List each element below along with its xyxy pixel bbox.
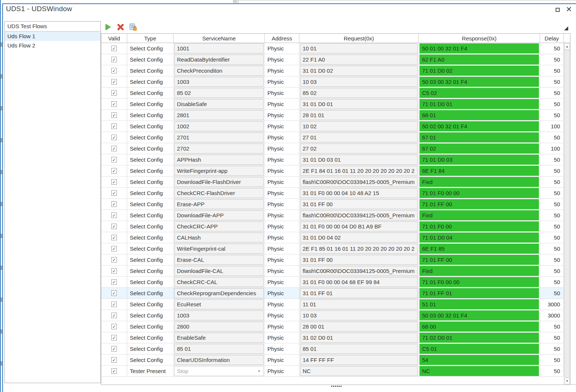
valid-checkbox[interactable]: ✓: [111, 246, 117, 251]
servicename-input[interactable]: 2702: [174, 144, 264, 154]
servicename-input[interactable]: 2701: [174, 132, 264, 142]
delay-cell[interactable]: 50: [540, 110, 564, 121]
valid-checkbox[interactable]: ✓: [111, 346, 117, 352]
servicename-input[interactable]: 85 01: [174, 344, 264, 354]
request-input[interactable]: 31 02 D0 01: [300, 333, 418, 343]
column-header-request[interactable]: Request(0x): [299, 34, 419, 43]
delay-cell[interactable]: 50: [540, 288, 564, 299]
table-row[interactable]: ✓Tester PresentStop▼PhysicNCNC50: [101, 366, 570, 377]
delete-button[interactable]: [116, 23, 125, 31]
table-row[interactable]: ✓Select ConfigDisableSafePhysic31 01 D0 …: [101, 99, 570, 110]
delay-cell[interactable]: 50: [540, 43, 564, 54]
request-input[interactable]: 28 01 01: [300, 110, 418, 120]
request-input[interactable]: 31 01 FF 00: [300, 199, 418, 209]
delay-cell[interactable]: 3000: [540, 299, 564, 310]
delay-cell[interactable]: 50: [540, 188, 564, 198]
request-input[interactable]: 11 01: [300, 299, 418, 309]
request-input[interactable]: 31 01 F0 00 00 04 D0 B1 A9 BF: [300, 221, 418, 231]
column-header-delay[interactable]: Delay: [540, 34, 564, 43]
valid-checkbox[interactable]: ✓: [111, 68, 117, 73]
servicename-input[interactable]: EcuReset: [174, 299, 264, 309]
servicename-input[interactable]: WriteFingerprint-cal: [174, 244, 264, 254]
request-input[interactable]: 85 01: [300, 344, 418, 354]
servicename-dropdown[interactable]: Stop▼: [174, 366, 264, 376]
table-row[interactable]: ✓Select ConfigErase-CALPhysic31 01 FF 00…: [101, 254, 570, 266]
table-row[interactable]: ✓Select Config1001Physic10 0150 01 00 32…: [101, 43, 570, 54]
servicename-input[interactable]: DownloadFile-CAL: [174, 266, 264, 276]
servicename-input[interactable]: CheckCRC-APP: [174, 221, 264, 231]
maximize-button[interactable]: [554, 6, 561, 13]
table-row[interactable]: ✓Select ConfigEcuResetPhysic11 0151 0130…: [101, 299, 570, 310]
delay-cell[interactable]: 50: [540, 199, 564, 210]
delay-cell[interactable]: 50: [540, 232, 564, 243]
request-input[interactable]: flash\C00R00\DOC03394125-0005_Premium: [300, 266, 418, 276]
request-input[interactable]: 2E F1 85 01 16 01 11 20 20 20 20 20 20 2…: [300, 244, 418, 254]
servicename-input[interactable]: CheckPreconditon: [174, 66, 264, 76]
valid-checkbox[interactable]: ✓: [111, 302, 117, 307]
valid-checkbox[interactable]: ✓: [111, 146, 117, 151]
delay-cell[interactable]: 50: [540, 266, 564, 276]
report-button[interactable]: [129, 23, 137, 31]
delay-cell[interactable]: 50: [540, 243, 564, 254]
table-row[interactable]: ✓Select Config85 02Physic85 02C5 0250: [101, 88, 570, 99]
column-header-response[interactable]: Response(0x): [419, 34, 540, 43]
valid-checkbox[interactable]: ✓: [111, 213, 117, 218]
servicename-input[interactable]: 2801: [174, 110, 264, 120]
delay-cell[interactable]: 100: [540, 121, 564, 132]
valid-checkbox[interactable]: ✓: [111, 268, 117, 274]
valid-checkbox[interactable]: ✓: [111, 235, 117, 240]
servicename-input[interactable]: EnableSafe: [174, 333, 264, 343]
table-row[interactable]: ✓Select Config1002Physic10 0250 02 00 32…: [101, 121, 570, 132]
table-row[interactable]: ✓Select Config2702Physic27 0267 02100: [101, 143, 570, 154]
sidebar-item-uds-flow-2[interactable]: Uds Flow 2: [5, 41, 101, 50]
sidebar-item-uds-flow-1[interactable]: Uds Flow 1: [5, 32, 101, 41]
scrollbar-thumb[interactable]: [565, 50, 570, 378]
table-row[interactable]: ✓Select ConfigCheckPreconditonPhysic31 0…: [101, 65, 570, 76]
table-row[interactable]: ✓Select ConfigDownloadFile-APPPhysicflas…: [101, 210, 570, 221]
table-row[interactable]: ✓Select ConfigDownloadFile-FlashDriverPh…: [101, 177, 570, 188]
servicename-input[interactable]: ClearUDSInformation: [174, 355, 264, 365]
table-row[interactable]: ✓Select ConfigWriteFingerprint-appPhysic…: [101, 165, 570, 177]
valid-checkbox[interactable]: ✓: [111, 201, 117, 207]
table-row[interactable]: ✓Select ConfigErase-APPPhysic31 01 FF 00…: [101, 199, 570, 210]
table-row[interactable]: ✓Select ConfigDownloadFile-CALPhysicflas…: [101, 266, 570, 277]
delay-cell[interactable]: 3000: [540, 310, 564, 321]
valid-checkbox[interactable]: ✓: [111, 101, 117, 107]
request-input[interactable]: 85 02: [300, 88, 418, 98]
servicename-input[interactable]: CheckCRC-CAL: [174, 277, 264, 287]
splitter-handle[interactable]: [331, 386, 342, 387]
delay-cell[interactable]: 50: [540, 99, 564, 109]
servicename-input[interactable]: Erase-APP: [174, 199, 264, 209]
delay-cell[interactable]: 50: [540, 321, 564, 332]
request-input[interactable]: 27 01: [300, 132, 418, 142]
request-input[interactable]: 31 01 D0 03 01: [300, 155, 418, 165]
request-input[interactable]: flash\C00R00\DOC03394125-0005_Premium: [300, 210, 418, 220]
servicename-input[interactable]: APPHash: [174, 155, 264, 165]
request-input[interactable]: flash\C00R00\DOC03394125-0005_Premium: [300, 177, 418, 187]
request-input[interactable]: 31 01 FF 00: [300, 255, 418, 265]
request-input[interactable]: 31 01 D0 01: [300, 99, 418, 109]
table-row[interactable]: ✓Select ConfigEnableSafePhysic31 02 D0 0…: [101, 332, 570, 343]
valid-checkbox[interactable]: ✓: [111, 112, 117, 118]
table-row[interactable]: ✓Select Config2801Physic28 01 0168 0150: [101, 110, 570, 121]
scroll-up-button[interactable]: ▲: [565, 43, 570, 50]
servicename-input[interactable]: 1001: [174, 43, 264, 53]
delay-cell[interactable]: 50: [540, 154, 564, 165]
table-row[interactable]: ✓Select Config2800Physic28 00 0168 0050: [101, 321, 570, 332]
delay-cell[interactable]: 50: [540, 88, 564, 98]
delay-cell[interactable]: 50: [540, 76, 564, 87]
request-input[interactable]: 28 00 01: [300, 322, 418, 332]
table-row[interactable]: ✓Select Config1003Physic10 0350 03 00 32…: [101, 310, 570, 321]
servicename-input[interactable]: CALHash: [174, 233, 264, 243]
delay-cell[interactable]: 50: [540, 355, 564, 365]
close-button[interactable]: ✕: [565, 4, 573, 14]
valid-checkbox[interactable]: ✓: [111, 290, 117, 296]
valid-checkbox[interactable]: ✓: [111, 179, 117, 185]
valid-checkbox[interactable]: ✓: [111, 123, 117, 129]
request-input[interactable]: 27 02: [300, 144, 418, 154]
servicename-input[interactable]: 1002: [174, 121, 264, 131]
table-row[interactable]: ✓Select ConfigCheckCRC-CALPhysic31 01 F0…: [101, 277, 570, 288]
table-row[interactable]: ✓Select Config1003Physic10 0350 03 00 32…: [101, 76, 570, 88]
table-row[interactable]: ✓Select ConfigClearUDSInformationPhysic1…: [101, 355, 570, 366]
request-input[interactable]: 31 01 D0 04 02: [300, 233, 418, 243]
